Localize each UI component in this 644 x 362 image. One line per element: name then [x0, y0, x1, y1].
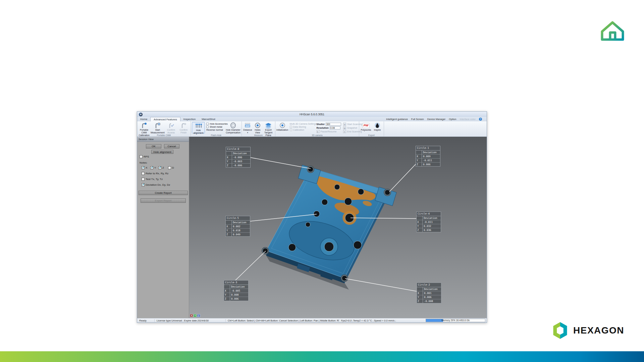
cancel-button[interactable]: Cancel — [164, 144, 179, 148]
notes-label: Notes: — [140, 161, 147, 164]
tab-home[interactable]: Home — [137, 117, 150, 121]
hole-alignment-button[interactable]: Hole alignment — [192, 122, 205, 133]
distance-button[interactable]: Distance ▾ — [243, 122, 252, 133]
callout-axis-label: X — [226, 225, 232, 228]
home-house-icon — [598, 17, 627, 45]
sheet-metal-checkbox[interactable]: Sheet metal — [206, 126, 224, 128]
refer-rx-ry-rz-checkbox[interactable]: Refer to Rx, Ry, Rz — [142, 172, 168, 175]
axis-y-checkbox[interactable]: Y — [150, 166, 156, 169]
callout-axis-label: Z — [417, 299, 423, 303]
tab-advanced-features[interactable]: Advanced Features — [150, 117, 180, 121]
group-label-portable-cmm: Portable CMM — [137, 134, 191, 136]
hole-alignment-panel-button[interactable]: Hole alignment — [151, 150, 173, 154]
tab-inspection[interactable]: Inspection — [180, 117, 199, 121]
menu-device-manager[interactable]: Device Manager — [427, 118, 446, 121]
callout-axis-label: Z — [416, 163, 422, 166]
initialization-icon — [279, 122, 286, 129]
deviation-dx-dy-dz-checkbox[interactable]: Deviation Dx, Dy, Dz — [142, 183, 170, 186]
polyworks-export-button[interactable]: PW Polyworks — [360, 122, 372, 133]
calibration-checkbox: Calibration — [290, 129, 315, 131]
confirm-access-button: Confirm Access — [165, 122, 177, 133]
callout-deviation-header: Deviation — [423, 287, 441, 291]
callout-deviation-value: 0.008 — [230, 293, 248, 297]
holes-view-button[interactable]: Holes View — [253, 122, 262, 133]
end-scanning-icon: ■ — [343, 130, 346, 133]
callout-deviation-value: 0.006 — [230, 297, 248, 301]
resolution-input[interactable] — [330, 126, 340, 129]
callout-deviation-header: Deviation — [232, 221, 250, 224]
ok-button[interactable]: OK — [146, 144, 161, 148]
portable-cmm-calibration-button[interactable]: Portable CMM Calibration — [138, 122, 150, 133]
status-fps-temp-speed: Fps2=0.0 ;Temp2 = 42.3 °C ; Speed = 0.0 … — [339, 319, 426, 322]
callout-axis-label: Y — [224, 293, 230, 297]
callout-deviation-header: Deviation — [422, 150, 440, 154]
axis-x-badge[interactable]: X — [190, 314, 193, 317]
callout-axis-label: Z — [224, 297, 230, 301]
callout-deviation-value: 0.001 — [423, 291, 441, 295]
titlebar[interactable]: H HHScan 5.6.0.3051 — [137, 112, 487, 117]
callout-deviation-value: -0.006 — [232, 156, 250, 159]
callout-axis-label — [416, 150, 422, 154]
axis-d-checkbox[interactable]: D — [168, 166, 174, 169]
slide-canvas: H HHScan 5.6.0.3051 Home Advanced Featur… — [0, 0, 644, 362]
checkbox-icon — [142, 183, 145, 186]
ribbon-group-3d-camera: Initialization Multi-3D Camera Settings … — [275, 121, 359, 136]
checkbox-icon — [142, 178, 145, 181]
hhscan-window: H HHScan 5.6.0.3051 Home Advanced Featur… — [137, 111, 487, 323]
test-tx-ty-tz-checkbox[interactable]: Test Tx, Ty, Tz — [142, 178, 163, 181]
checkbox-icon — [150, 166, 153, 169]
callout-axis-label — [226, 152, 232, 155]
memory-label: Memory 29% 18.4/63.6 Gb — [426, 319, 485, 321]
measurement-callout: Circle-5DeviationX0.002Y0.018Z0.049 — [225, 216, 250, 237]
hole-diameter-compensation-button[interactable]: Hole Diameter Compensation — [226, 122, 240, 133]
reverse-normal-button[interactable]: Reverse normal — [206, 129, 224, 131]
export-report-button: Export Report — [141, 198, 186, 203]
polyworks-pw-icon: PW — [362, 122, 370, 129]
initialization-button[interactable]: Initialization — [276, 122, 288, 133]
group-label-measure: Measure — [242, 134, 275, 136]
help-icon[interactable]: ? — [479, 118, 482, 121]
hexagon-logo-mark — [552, 321, 569, 340]
axis-y-badge[interactable]: Y — [194, 314, 197, 317]
start-measurement-button[interactable]: Start Measurement — [151, 122, 164, 133]
shutter-input[interactable] — [326, 123, 341, 126]
menu-option[interactable]: Option — [449, 118, 456, 121]
cmm-probe-icon — [141, 122, 148, 129]
rps-checkbox[interactable]: RPS — [140, 155, 149, 158]
axis-z-checkbox[interactable]: Z — [158, 166, 164, 169]
tab-marvelshot[interactable]: MarvelShot — [199, 117, 218, 121]
callout-axis-label — [417, 216, 423, 220]
callout-axis-label: Y — [416, 159, 422, 162]
export-tangent-plane-button[interactable]: Export Tangent Plane — [263, 122, 274, 133]
viewport[interactable]: X Y Z Circle-0DeviationX-0.006Y-0.003Z-0… — [189, 137, 487, 318]
callout-deviation-value: -0.006 — [232, 164, 250, 167]
callout-deviation-value: 0.036 — [423, 228, 441, 232]
axis-x-checkbox[interactable]: X — [142, 166, 147, 169]
checkbox-icon — [290, 129, 292, 131]
pause-resume-button: ▶ Pause/Resume — [317, 130, 341, 133]
callout-deviation-value: -0.011 — [422, 159, 440, 162]
window-title: HHScan 5.6.0.3051 — [137, 113, 487, 116]
menu-full-screen[interactable]: Full Screen — [411, 118, 424, 121]
callout-axis-label: Y — [417, 295, 423, 299]
ribbon-group-measure: Distance ▾ Holes View Export Tangent Pla… — [242, 121, 275, 136]
multi-3d-camera-settings-button: Multi-3D Camera Settings — [290, 123, 315, 125]
inspire-export-button[interactable]: Inspire — [372, 122, 382, 133]
axis-z-badge[interactable]: Z — [197, 314, 200, 317]
menu-interface-color: Interface color — [460, 118, 476, 121]
callout-deviation-header: Deviation — [423, 216, 441, 220]
group-label-export: Export — [359, 134, 384, 136]
callout-deviation-value: 0.006 — [422, 163, 440, 166]
callout-deviation-value: 0.009 — [422, 155, 440, 158]
dropdown-caret-icon: ▾ — [247, 131, 248, 134]
callout-title: Circle-2 — [417, 283, 441, 287]
create-report-button[interactable]: Create Report — [139, 191, 188, 195]
menu-intelligent-guidance[interactable]: Intelligent guidance — [386, 118, 408, 121]
callout-axis-label: Z — [226, 233, 232, 236]
checkbox-icon — [142, 172, 145, 175]
shutter-label: Shutter — [317, 123, 325, 125]
start-scanning-icon: ◉ — [343, 123, 346, 126]
checkbox-icon — [290, 126, 292, 128]
hole-accessories-checkbox[interactable]: Hole Accessories — [206, 123, 224, 125]
session-view-panel: Session View OK Cancel Hole alignment RP… — [137, 137, 189, 318]
